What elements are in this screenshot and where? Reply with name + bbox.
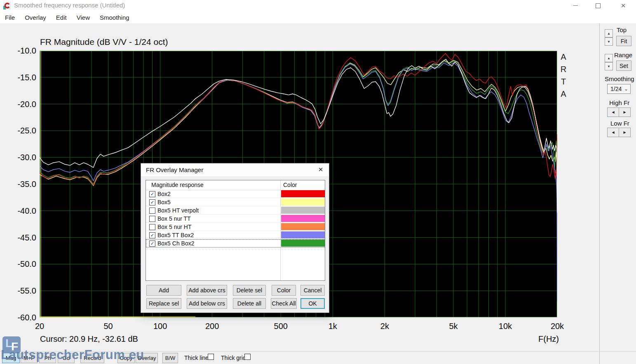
row-color-swatch[interactable] — [281, 240, 325, 247]
range-down-button[interactable]: ▼ — [605, 62, 613, 70]
set-button[interactable]: Set — [616, 61, 631, 71]
dialog-close-button[interactable]: ✕ — [316, 165, 326, 174]
chevron-down-icon: ⌄ — [624, 86, 630, 92]
top-up-button[interactable]: ▲ — [605, 29, 613, 37]
toolbar-copy-button[interactable]: Copy — [117, 353, 135, 363]
menu-view[interactable]: View — [72, 14, 95, 21]
y-tick-label: -45.0 — [11, 233, 36, 242]
arrow-left-icon: ◀ — [612, 131, 614, 134]
x-tick-label: 10k — [499, 322, 512, 331]
arrow-right-icon: ▶ — [623, 110, 626, 114]
replace-sel-button[interactable]: Replace sel — [146, 298, 181, 309]
toolbar-gd-button[interactable]: Gd — [58, 353, 75, 363]
spin-up-icon: ▲ — [607, 32, 610, 35]
low-fr-left-button[interactable]: ◀ — [607, 128, 619, 137]
row-checkbox[interactable]: ✓ — [149, 199, 155, 205]
menu-file[interactable]: File — [0, 14, 20, 21]
cancel-button[interactable]: Cancel — [300, 285, 325, 296]
close-icon: ✕ — [318, 166, 324, 173]
dialog-title-bar[interactable]: FR Overlay Manager ✕ — [141, 163, 329, 176]
overlay-row-box2[interactable]: ✓Box2 — [146, 190, 325, 198]
row-color-swatch[interactable] — [281, 215, 325, 222]
toolbar-mag-button[interactable]: Mag — [2, 353, 20, 363]
overlay-row-box5-ht-verpolt[interactable]: Box5 HT verpolt — [146, 206, 325, 215]
high-fr-left-button[interactable]: ◀ — [607, 107, 619, 117]
y-tick-label: -40.0 — [11, 207, 36, 215]
fr-overlay-manager-dialog: FR Overlay Manager ✕ Magnitude response … — [141, 163, 329, 313]
menu-edit[interactable]: Edit — [51, 14, 72, 21]
ok-button[interactable]: OK — [300, 298, 325, 309]
top-label: Top — [617, 26, 627, 33]
overlay-list[interactable]: Magnitude response Color ✓Box2✓Box5Box5 … — [146, 180, 325, 281]
menu-overlay[interactable]: Overlay — [20, 14, 51, 21]
close-button[interactable]: ✕ — [614, 0, 633, 11]
smoothing-value: 1/24 — [608, 86, 624, 92]
toolbar-overlay-button[interactable]: Overlay — [136, 353, 158, 363]
close-icon: ✕ — [621, 2, 626, 9]
row-checkbox[interactable] — [149, 216, 155, 222]
add-below-crs-button[interactable]: Add below crs — [187, 298, 227, 309]
maximize-button[interactable] — [589, 0, 608, 11]
top-down-button[interactable]: ▼ — [605, 37, 613, 46]
y-tick-label: -35.0 — [11, 180, 36, 188]
row-checkbox[interactable] — [149, 224, 155, 230]
arta-side-label: R — [559, 65, 568, 74]
overlay-row-box-5-nur-tt[interactable]: Box 5 nur TT — [146, 215, 325, 223]
y-tick-label: -50.0 — [11, 260, 36, 268]
add-button[interactable]: Add — [146, 285, 181, 296]
title-bar[interactable]: Smoothed frequency response (Untitled) ✕ — [0, 0, 636, 11]
row-color-swatch[interactable] — [281, 190, 325, 197]
spin-down-icon: ▼ — [607, 65, 610, 68]
color-button[interactable]: Color — [272, 285, 296, 296]
delete-all-button[interactable]: Delete all — [233, 298, 266, 309]
row-label: Box5 Ch Box2 — [157, 240, 195, 247]
check-all-button[interactable]: Check All — [271, 298, 297, 309]
row-color-swatch[interactable] — [281, 223, 325, 230]
thick-line-label: Thick line — [184, 355, 209, 361]
add-above-crs-button[interactable]: Add above crs — [187, 285, 227, 296]
delete-sel-button[interactable]: Delete sel — [233, 285, 266, 296]
y-tick-label: -25.0 — [11, 126, 36, 135]
row-label: Box5 — [157, 199, 171, 205]
thick-grid-label: Thick grid — [221, 355, 246, 361]
low-fr-right-button[interactable]: ▶ — [619, 128, 631, 137]
toolbar-ph-button[interactable]: Ph — [39, 353, 56, 363]
x-tick-label: 5k — [449, 322, 458, 331]
row-color-swatch[interactable] — [281, 207, 325, 214]
high-fr-label: High Fr — [609, 99, 629, 106]
x-tick-label: 20 — [35, 322, 44, 331]
minimize-icon — [573, 5, 578, 6]
fit-button[interactable]: Fit — [616, 36, 631, 46]
overlay-row-box5-ch-box2[interactable]: ✓Box5 Ch Box2 — [146, 239, 325, 247]
thick-grid-checkbox[interactable] — [244, 354, 251, 360]
toolbar-m-p-button[interactable]: M+P — [21, 353, 38, 363]
x-tick-label: 2k — [380, 322, 389, 331]
thick-line-checkbox[interactable] — [208, 354, 214, 360]
high-fr-right-button[interactable]: ▶ — [619, 107, 631, 117]
dialog-title: FR Overlay Manager — [146, 166, 203, 173]
row-label: Box 5 nur HT — [157, 224, 191, 230]
range-up-button[interactable]: ▲ — [605, 54, 613, 62]
toolbar-b-w-button[interactable]: B/W — [162, 353, 178, 363]
overlay-row-box-5-nur-ht[interactable]: Box 5 nur HT — [146, 223, 325, 231]
row-checkbox[interactable]: ✓ — [149, 232, 155, 238]
overlay-row-box5[interactable]: ✓Box5 — [146, 198, 325, 206]
row-checkbox[interactable] — [149, 208, 155, 214]
arta-side-label: A — [559, 52, 568, 62]
row-color-swatch[interactable] — [281, 198, 325, 205]
y-tick-label: -60.0 — [11, 313, 36, 322]
menu-bar: File Overlay Edit View Smoothing — [0, 11, 636, 24]
row-color-swatch[interactable] — [281, 231, 325, 238]
overlay-row-box5-tt-box2[interactable]: ✓Box5 TT Box2 — [146, 231, 325, 239]
toolbar-record-button[interactable]: Record — [80, 353, 104, 363]
menu-smoothing[interactable]: Smoothing — [95, 14, 134, 21]
lautsprecherforum-logo: L F — [2, 336, 21, 353]
smoothing-dropdown[interactable]: 1/24 ⌄ — [607, 84, 631, 94]
row-checkbox[interactable]: ✓ — [149, 240, 155, 247]
arrow-left-icon: ◀ — [612, 110, 614, 114]
row-checkbox[interactable]: ✓ — [149, 191, 155, 197]
x-tick-label: 500 — [274, 322, 288, 331]
smoothing-label: Smoothing — [605, 75, 634, 82]
minimize-button[interactable] — [566, 0, 585, 11]
arta-app-icon — [3, 2, 11, 9]
